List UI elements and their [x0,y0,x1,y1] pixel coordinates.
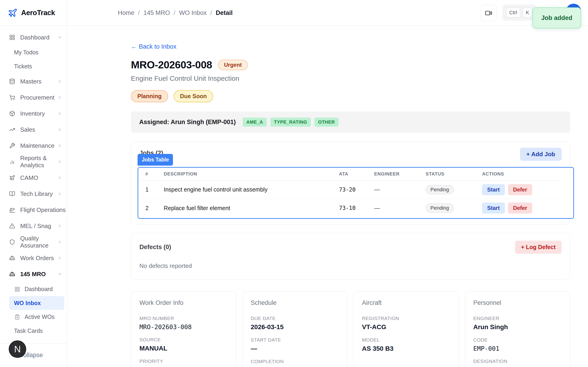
field-label: MODEL [362,337,450,343]
field-value: MRO-202603-008 [139,323,228,331]
sidebar-item-label: 145 MRO [20,271,46,278]
sidebar-item-145-mro[interactable]: 145 MRO [0,266,67,282]
card-title: Work Order Info [139,299,228,307]
plane-logo-icon [8,8,17,18]
breadcrumb-detail: Detail [216,9,233,17]
sidebar-item-mro-dashboard[interactable]: Dashboard [0,282,67,296]
jobs-title: Jobs (2) [139,148,163,157]
field-label: PRIORITY [139,359,228,364]
personnel-card: Personnel ENGINEER Arun Singh CODE EMP-0… [465,291,570,367]
sidebar-item-inventory[interactable]: Inventory [0,106,67,122]
breadcrumb-separator: / [210,9,212,17]
chevron-down-icon [57,272,62,276]
field-label: ENGINEER [473,316,562,321]
sidebar-item-label: Maintenance [20,142,54,149]
start-button[interactable]: Start [482,184,505,195]
shield-icon [9,239,15,245]
sidebar-item-procurement[interactable]: Procurement [0,90,67,106]
start-button[interactable]: Start [482,202,505,214]
defer-button[interactable]: Defer [508,202,532,214]
sidebar-item-reports-analytics[interactable]: Reports & Analytics [0,154,67,170]
sidebar-item-label: Tickets [14,63,32,70]
schedule-card: Schedule DUE DATE 2026-03-15 START DATE … [242,291,348,367]
job-row: 2 Replace fuel filter element 73-10 — Pe… [139,199,562,217]
field-label: CODE [473,337,562,343]
field-value: EMP-001 [473,345,562,352]
defects-header: Defects (0) + Log Defect [139,241,562,254]
sidebar-item-label: Dashboard [25,286,52,292]
tag-other: OTHER [314,118,338,127]
sidebar-item-camo[interactable]: CAMO [0,170,67,186]
back-to-inbox-link[interactable]: ← Back to Inbox [131,43,176,50]
sidebar-item-label: WO Inbox [14,300,41,307]
video-icon [485,9,492,17]
field-label: DESIGNATION [473,359,562,364]
chevron-down-icon [57,35,62,40]
plane-takeoff-icon [9,207,15,213]
chevron-right-icon [57,175,62,180]
chevron-right-icon [57,79,62,84]
log-defect-button[interactable]: + Log Defect [515,241,562,254]
command-palette-shortcut[interactable]: Ctrl K [502,5,536,21]
field-label: START DATE [251,337,339,343]
chevron-right-icon [57,143,62,148]
add-job-button[interactable]: + Add Job [520,148,562,161]
sidebar-item-tickets[interactable]: Tickets [0,59,67,73]
field-label: SOURCE [139,337,228,342]
breadcrumb-145-mro[interactable]: 145 MRO [144,9,170,17]
job-engineer: — [374,205,426,211]
card-title: Personnel [473,299,562,307]
sidebar-item-label: Tech Library [20,190,53,198]
topbar: Home / 145 MRO / WO Inbox / Detail Ctrl … [67,0,588,26]
video-call-button[interactable] [480,5,497,21]
field-label: COMPLETION [251,359,339,364]
sidebar-item-sales[interactable]: Sales [0,122,67,138]
planning-badge: Planning [131,90,168,102]
job-actions: Start Defer [482,184,562,195]
sidebar-item-my-todos[interactable]: My Todos [0,45,67,59]
defer-button[interactable]: Defer [508,184,532,195]
sidebar-item-wo-inbox[interactable]: WO Inbox [9,296,64,310]
column-ata: ATA [339,171,374,177]
sidebar-item-mel-snag[interactable]: MEL / Snag [0,218,67,234]
plane-icon [9,175,15,181]
hard-hat-icon [9,271,15,277]
chevron-right-icon [57,240,62,244]
chevron-right-icon [57,192,62,196]
chevron-right-icon [57,224,62,228]
sidebar-item-flight-operations[interactable]: Flight Operations [0,202,67,218]
job-ata: 73-20 [339,186,374,193]
sidebar-item-label: Task Cards [14,327,43,334]
field-label: DUE DATE [251,316,339,321]
sidebar-item-active-wos[interactable]: Active WOs [0,310,67,324]
sidebar-item-tech-library[interactable]: Tech Library [0,186,67,202]
breadcrumb-home[interactable]: Home [118,9,134,17]
job-description: Replace fuel filter element [164,205,339,211]
sidebar-item-dashboard[interactable]: Dashboard [0,29,67,45]
column-status: STATUS [426,171,482,177]
job-engineer: — [374,186,426,193]
breadcrumb-wo-inbox[interactable]: WO Inbox [179,9,207,17]
n-cursor-badge: N [9,340,26,358]
sidebar-item-masters[interactable]: Masters [0,73,67,90]
sidebar-item-task-cards[interactable]: Task Cards [0,324,67,338]
status-badge: Pending [426,185,454,194]
sidebar-item-work-orders[interactable]: Work Orders [0,250,67,266]
column-engineer: ENGINEER [374,171,426,177]
field-value: 2026-03-15 [251,323,339,331]
sidebar-item-quality-assurance[interactable]: Quality Assurance [0,234,67,250]
job-actions: Start Defer [482,202,562,214]
defects-card: Defects (0) + Log Defect No defects repo… [131,233,570,279]
app-logo: AeroTrack [0,0,67,26]
main-content: ← Back to Inbox MRO-202603-008 Urgent En… [131,26,570,367]
wrench-icon [9,143,15,149]
package-icon [9,110,15,117]
info-cards-grid: Work Order Info MRO NUMBER MRO-202603-00… [131,291,570,367]
sidebar-item-maintenance[interactable]: Maintenance [0,138,67,154]
tag-type-rating: TYPE_RATING [270,118,311,127]
chevron-right-icon [57,208,62,212]
sidebar-item-label: CAMO [20,174,38,181]
tag-ame-a: AME_A [243,118,267,127]
jobs-card: Jobs (2) + Add Job # DESCRIPTION ATA ENG… [131,142,570,224]
breadcrumb-separator: / [138,9,140,17]
